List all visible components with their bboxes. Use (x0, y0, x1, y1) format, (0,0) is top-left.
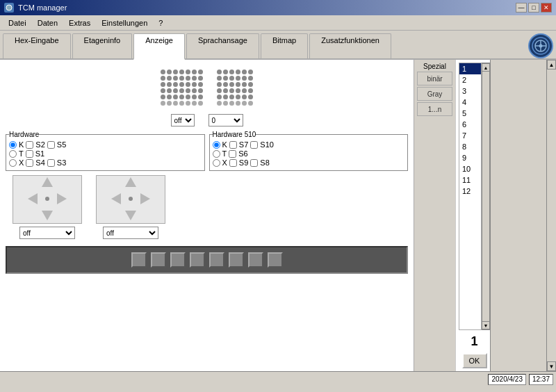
list-item[interactable]: 12 (459, 186, 481, 197)
special-panel: Spezial binär Gray 1...n (414, 60, 455, 371)
app-icon (4, 3, 14, 13)
svg-marker-8 (57, 193, 67, 204)
arrow-right-1[interactable] (55, 192, 69, 206)
hw1-check-s1[interactable] (26, 150, 33, 158)
hw1-check-s2[interactable] (26, 141, 33, 149)
hw2-radio-x[interactable] (213, 159, 220, 167)
scroll-up-btn[interactable]: ▲ (482, 63, 490, 72)
menu-help[interactable]: ? (153, 17, 168, 28)
arrow-control-2 (96, 175, 165, 224)
menu-einstellungen[interactable]: Einstellungen (96, 17, 153, 28)
list-item[interactable]: 1 (459, 63, 481, 74)
hw2-radio-t[interactable] (213, 150, 220, 158)
strip-button-6[interactable] (229, 252, 244, 268)
tab-bitmap[interactable]: Bitmap (261, 33, 308, 58)
sp-btn-gray[interactable]: Gray (417, 87, 452, 101)
svg-marker-12 (140, 193, 150, 204)
window-controls: — □ ✕ (516, 3, 552, 13)
maximize-button[interactable]: □ (528, 3, 539, 13)
menu-extras[interactable]: Extras (63, 17, 96, 28)
svg-marker-7 (28, 193, 38, 204)
tab-zusatzfunktionen[interactable]: Zusatzfunktionen (309, 33, 391, 58)
tab-etageninfo[interactable]: Etageninfo (72, 33, 133, 58)
list-item[interactable]: 6 (459, 119, 481, 130)
hw2-check-s7[interactable] (229, 141, 237, 149)
strip-button-3[interactable] (170, 252, 186, 268)
arrow-control-1 (13, 175, 82, 224)
strip-button-4[interactable] (190, 252, 205, 268)
hw1-check-s5[interactable] (47, 141, 55, 149)
hw1-direction-dropdown[interactable]: off on (19, 227, 75, 239)
list-item[interactable]: 8 (459, 141, 481, 152)
arrow-left-2[interactable] (109, 192, 123, 206)
center-dot-2 (129, 197, 133, 201)
hw1-radio-t[interactable] (9, 150, 17, 158)
arrow-left-1[interactable] (26, 192, 40, 206)
hw1-radio-x[interactable] (9, 159, 17, 167)
strip-button-5[interactable] (209, 252, 224, 268)
hardware-group-1: Hardware K S2 S5 T S1 X (6, 131, 205, 171)
hw1-check-s3[interactable] (47, 159, 55, 167)
strip-button-8[interactable] (268, 252, 283, 268)
status-time: 12:37 (529, 374, 553, 385)
strip-button-2[interactable] (151, 252, 166, 268)
list-item[interactable]: 10 (459, 163, 481, 174)
tab-sprachansage[interactable]: Sprachansage (186, 33, 259, 58)
sp-btn-1n[interactable]: 1...n (417, 102, 452, 116)
arrow-down-2[interactable] (124, 209, 138, 222)
hw1-check-s4[interactable] (26, 159, 33, 167)
menu-datei[interactable]: Datei (3, 17, 32, 28)
strip-button-1[interactable] (131, 252, 147, 268)
list-item[interactable]: 4 (459, 97, 481, 108)
window-title: TCM manager (18, 3, 67, 12)
display-dropdown-2[interactable]: 0 1 2 (208, 114, 243, 126)
display-dropdown-1[interactable]: off on (171, 114, 195, 126)
hw2-check-s9[interactable] (229, 159, 237, 167)
main-panel: off on 0 1 2 Hardware K S2 S5 (0, 60, 414, 371)
hw2-check-s6[interactable] (229, 150, 236, 158)
right-scrollbar[interactable]: ▲ ▼ (546, 60, 556, 371)
sp-btn-binar[interactable]: binär (417, 72, 452, 85)
list-panel: 123456789101112 ▲ ▼ 1 OK (455, 60, 490, 371)
number-list[interactable]: 123456789101112 (459, 63, 482, 330)
tab-bar: Hex-Eingabe Etageninfo Anzeige Sprachans… (0, 31, 556, 60)
tab-anzeige[interactable]: Anzeige (133, 33, 185, 60)
list-item[interactable]: 11 (459, 174, 481, 186)
right-scroll-down[interactable]: ▼ (547, 361, 556, 371)
menu-bar: Datei Daten Extras Einstellungen ? (0, 15, 556, 31)
hw2-check-s8[interactable] (250, 159, 258, 167)
list-scrollbar[interactable]: ▲ ▼ (482, 63, 490, 330)
close-button[interactable]: ✕ (541, 3, 552, 13)
hw1-radio-k[interactable] (9, 141, 17, 149)
logo (528, 33, 553, 58)
tab-hex-eingabe[interactable]: Hex-Eingabe (3, 33, 71, 58)
hw2-radio-k[interactable] (213, 141, 220, 149)
right-scroll-up[interactable]: ▲ (547, 60, 556, 70)
scroll-down-btn[interactable]: ▼ (482, 321, 490, 329)
list-item[interactable]: 7 (459, 130, 481, 141)
svg-marker-9 (42, 211, 53, 220)
dot-display-2 (217, 70, 253, 106)
strip-button-7[interactable] (248, 252, 263, 268)
ok-button[interactable]: OK (462, 353, 487, 368)
title-bar: TCM manager — □ ✕ (0, 0, 556, 15)
minimize-button[interactable]: — (516, 3, 527, 13)
arrow-down-1[interactable] (40, 209, 54, 222)
hw2-direction-dropdown[interactable]: off on (103, 227, 158, 239)
dot-display-1 (161, 70, 203, 106)
button-strip (6, 246, 408, 274)
list-item[interactable]: 5 (459, 108, 481, 119)
list-item[interactable]: 2 (459, 74, 481, 85)
list-item[interactable]: 9 (459, 152, 481, 163)
list-item[interactable]: 3 (459, 85, 481, 97)
hardware-2-label: Hardware 510 (213, 131, 256, 138)
hw2-check-s10[interactable] (250, 141, 258, 149)
right-gray-panel: ▲ ▼ (490, 60, 556, 371)
arrow-right-2[interactable] (138, 192, 152, 206)
arrow-up-2[interactable] (124, 175, 138, 189)
arrow-up-1[interactable] (40, 175, 54, 189)
svg-marker-10 (125, 177, 136, 187)
menu-daten[interactable]: Daten (32, 17, 63, 28)
svg-marker-11 (111, 193, 121, 204)
svg-point-5 (539, 44, 543, 48)
